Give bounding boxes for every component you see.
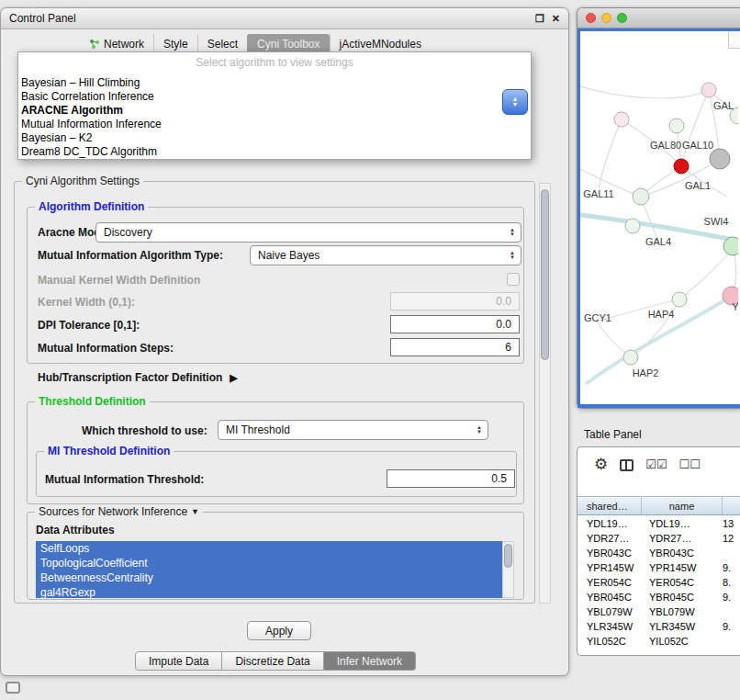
group-legend: Cyni Algorithm Settings (26, 175, 140, 188)
control-panel-titlebar[interactable]: Control Panel ❐ ✕ (1, 8, 568, 29)
column-header-name[interactable]: name (642, 497, 723, 514)
table-cell: YER054C (642, 577, 723, 588)
algorithm-option[interactable]: Dream8 DC_TDC Algorithm (18, 145, 531, 159)
table-row[interactable]: YPR145WYPR145W9. (577, 560, 740, 575)
network-node-label: GCY1 (584, 312, 611, 323)
panel-dock-icon[interactable] (6, 682, 20, 694)
table-cell: YBL079W (642, 606, 723, 617)
collapse-down-icon[interactable]: ▼ (191, 505, 199, 519)
table-row[interactable]: YLR345WYLR345W9. (577, 619, 740, 634)
table-row[interactable]: YDR27…YDR27…12 (577, 531, 740, 546)
table-cell: 9. (723, 621, 740, 632)
scrollbar-thumb[interactable] (504, 544, 512, 568)
network-node[interactable] (614, 112, 629, 127)
combobox-arrows-icon: ▲▼ (510, 228, 521, 237)
attributes-scrollbar[interactable] (502, 541, 514, 598)
column-header-shared-name[interactable]: shared… (577, 497, 642, 514)
close-traffic-light-icon[interactable] (586, 13, 596, 23)
table-cell: YLR345W (577, 621, 642, 632)
hub-definition-toggle[interactable]: Hub/Transcription Factor Definition▶ (38, 370, 238, 385)
network-tab-icon (89, 39, 100, 50)
network-scrollbar[interactable] (728, 31, 740, 49)
algorithm-option[interactable]: Mutual Information Inference (18, 118, 531, 131)
table-panel-window: ⚙ ☑☑ ☐☐ shared… name YDL19…YDL19…13YDR27… (577, 446, 740, 656)
table-row[interactable]: YIL052CYIL052C (577, 634, 740, 649)
network-node[interactable] (672, 292, 687, 307)
table-cell: YLR345W (642, 621, 723, 632)
zoom-traffic-light-icon[interactable] (617, 13, 627, 23)
table-row[interactable]: YBR043CYBR043C (577, 546, 740, 560)
algorithm-placeholder: Select algorithm to view settings (18, 52, 531, 76)
network-node-label: GAL11 (583, 188, 613, 199)
tab-impute-data[interactable]: Impute Data (135, 651, 222, 671)
network-canvas-frame: GALGAL80GAL10GAL1GAL11SWI4GAL4GCY1HAP4YH… (577, 28, 740, 408)
select-all-icon[interactable]: ☑☑ (645, 457, 667, 472)
table-cell: YDL19… (577, 518, 642, 529)
network-node[interactable] (625, 219, 640, 233)
attribute-item[interactable]: SelfLoops (36, 541, 502, 556)
aracne-mode-combobox[interactable]: Discovery ▲▼ (95, 222, 521, 243)
attribute-item[interactable]: BetweennessCentrality (36, 570, 502, 585)
table-cell: YDR27… (642, 533, 723, 544)
apply-button[interactable]: Apply (247, 621, 311, 640)
network-node-label: GAL10 (682, 140, 713, 151)
network-node[interactable] (623, 350, 638, 365)
table-row[interactable]: YBL079WYBL079W (577, 604, 740, 619)
algorithm-option[interactable]: Bayesian – K2 (18, 131, 531, 145)
columns-icon[interactable] (620, 459, 633, 471)
network-view-window: GALGAL80GAL10GAL1GAL11SWI4GAL4GCY1HAP4YH… (577, 7, 740, 409)
attribute-item[interactable]: TopologicalCoefficient (36, 556, 502, 570)
mi-threshold-field[interactable]: 0.5 (387, 469, 515, 488)
network-node[interactable] (701, 83, 716, 97)
network-node-label: Y (732, 301, 738, 312)
group-legend: Algorithm Definition (39, 200, 144, 214)
mi-threshold-label: Mutual Information Threshold: (45, 472, 204, 487)
kernel-width-field[interactable]: 0.0 (390, 292, 520, 310)
network-node[interactable] (710, 149, 730, 169)
data-attributes-list[interactable]: SelfLoops TopologicalCoefficient Between… (36, 541, 502, 598)
combobox-arrows-icon: ▲▼ (510, 251, 521, 260)
manual-kernel-width-checkbox[interactable] (507, 273, 520, 286)
network-node[interactable] (633, 188, 649, 205)
network-node[interactable] (723, 237, 738, 255)
algorithm-option[interactable]: Bayesian – Hill Climbing (18, 76, 531, 90)
settings-scrollbar[interactable] (539, 183, 551, 604)
algorithm-combobox-arrows-icon[interactable]: ▲▼ (502, 89, 528, 115)
table-cell: YBR043C (577, 548, 642, 559)
network-window-titlebar[interactable] (577, 8, 740, 28)
gear-icon[interactable]: ⚙ (594, 457, 608, 472)
table-cell: YDR27… (577, 533, 642, 544)
which-threshold-combobox[interactable]: MI Threshold ▲▼ (218, 420, 488, 440)
attribute-item[interactable]: gal4RGexp (36, 585, 502, 598)
float-window-icon[interactable]: ❐ (535, 13, 544, 25)
network-node[interactable] (669, 119, 684, 133)
algorithm-option-selected[interactable]: ARACNE Algorithm (18, 104, 531, 118)
table-row[interactable]: YDL19…YDL19…13 (577, 516, 740, 531)
tab-infer-network[interactable]: Infer Network (324, 651, 416, 671)
tab-discretize-data[interactable]: Discretize Data (222, 651, 323, 671)
network-canvas[interactable]: GALGAL80GAL10GAL1GAL11SWI4GAL4GCY1HAP4YH… (580, 31, 740, 404)
screen: Control Panel ❐ ✕ Network Style Select C… (0, 0, 740, 700)
bottom-tab-bar: Impute Data Discretize Data Infer Networ… (135, 651, 416, 671)
minimize-traffic-light-icon[interactable] (601, 13, 611, 23)
table-row[interactable]: YBR045CYBR045C9. (577, 590, 740, 604)
close-icon[interactable]: ✕ (552, 13, 560, 25)
algorithm-option[interactable]: Basic Correlation Inference (18, 90, 531, 104)
dpi-tolerance-field[interactable]: 0.0 (390, 315, 520, 333)
deselect-all-icon[interactable]: ☐☐ (679, 457, 701, 472)
network-node-label: GAL1 (685, 180, 711, 191)
group-legend: Threshold Definition (39, 395, 146, 409)
scrollbar-thumb[interactable] (541, 189, 549, 360)
network-node[interactable] (674, 159, 689, 174)
table-cell: 13 (723, 518, 740, 529)
table-header[interactable]: shared… name (577, 496, 740, 515)
mi-steps-field[interactable]: 6 (390, 338, 520, 356)
table-cell: 12 (723, 533, 740, 544)
table-cell: 9. (723, 562, 740, 573)
table-row[interactable]: YER054CYER054C8. (577, 575, 740, 590)
tab-label: Network (104, 38, 144, 51)
mi-algorithm-type-combobox[interactable]: Naive Bayes ▲▼ (250, 245, 521, 265)
table-toolbar: ⚙ ☑☑ ☐☐ (577, 447, 740, 496)
table-cell: YPR145W (642, 562, 723, 573)
table-cell: YIL052C (577, 636, 642, 647)
